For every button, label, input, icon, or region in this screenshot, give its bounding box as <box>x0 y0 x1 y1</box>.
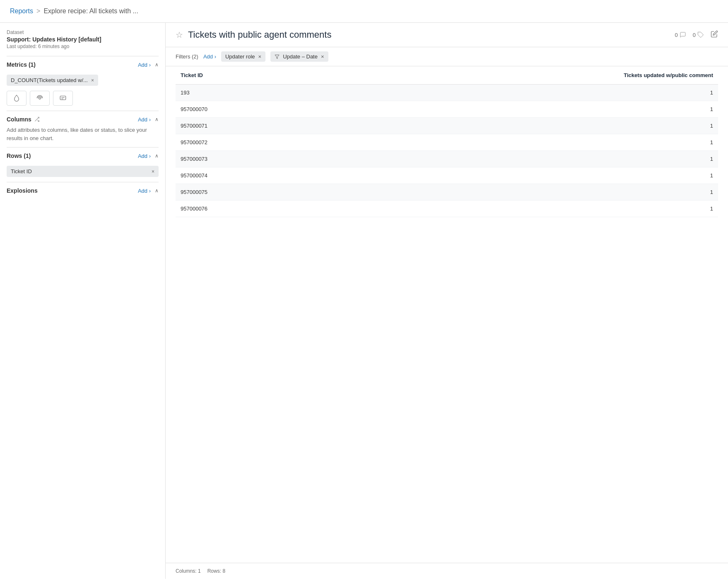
badge-messages: 0 <box>675 31 686 38</box>
rows-collapse-icon[interactable]: ∧ <box>155 153 159 159</box>
explosions-section: Explosions Add ∧ <box>7 182 159 202</box>
col-tickets-updated: Tickets updated w/public comment <box>323 66 718 85</box>
filter-chip-updater-role-label: Updater role <box>225 53 255 60</box>
breadcrumb: Reports > Explore recipe: All tickets wi… <box>0 0 728 23</box>
cell-ticket-id: 957000076 <box>176 201 323 217</box>
breadcrumb-reports-link[interactable]: Reports <box>10 7 33 15</box>
table-row: 957000071 1 <box>176 118 718 134</box>
report-header-actions: 0 0 <box>675 30 718 40</box>
rows-section-header: Rows (1) Add ∧ <box>7 153 159 159</box>
cell-ticket-id: 193 <box>176 85 323 101</box>
breadcrumb-current-page: Explore recipe: All tickets with ... <box>43 7 138 15</box>
dataset-name: Support: Updates History [default] <box>7 36 159 43</box>
cell-count: 1 <box>323 151 718 167</box>
sidebar: Dataset Support: Updates History [defaul… <box>0 23 166 579</box>
cell-count: 1 <box>323 167 718 184</box>
explosions-section-title: Explosions <box>7 187 38 194</box>
metrics-add-link[interactable]: Add <box>138 62 151 68</box>
filters-bar: Filters (2) Add › Updater role × Update … <box>166 47 728 66</box>
columns-empty-text: Add attributes to columns, like dates or… <box>7 126 159 142</box>
report-title: Tickets with public agent comments <box>188 29 331 40</box>
table-header-row: Ticket ID Tickets updated w/public comme… <box>176 66 718 85</box>
row-chip-remove[interactable]: × <box>152 169 154 174</box>
rows-section: Rows (1) Add ∧ Ticket ID × <box>7 147 159 182</box>
cell-ticket-id: 957000070 <box>176 101 323 118</box>
metric-chip: D_COUNT(Tickets updated w/... × <box>7 75 98 86</box>
dataset-updated: Last updated: 6 minutes ago <box>7 44 159 49</box>
messages-icon <box>680 31 686 38</box>
filter-chip-updater-role: Updater role × <box>221 51 265 62</box>
svg-rect-1 <box>60 96 66 100</box>
cell-ticket-id: 957000075 <box>176 184 323 201</box>
explosions-collapse-icon[interactable]: ∧ <box>155 188 159 194</box>
report-title-area: ☆ Tickets with public agent comments <box>176 29 331 40</box>
footer-rows: Rows: 8 <box>207 568 225 574</box>
table-row: 957000075 1 <box>176 184 718 201</box>
cell-count: 1 <box>323 134 718 151</box>
metrics-section-title: Metrics (1) <box>7 61 36 68</box>
cell-ticket-id: 957000071 <box>176 118 323 134</box>
edit-icon[interactable] <box>711 30 718 40</box>
explosions-add-link[interactable]: Add <box>138 188 151 194</box>
filter-chip-update-date-remove[interactable]: × <box>321 53 324 60</box>
columns-add-link[interactable]: Add <box>138 116 151 123</box>
report-header: ☆ Tickets with public agent comments 0 0 <box>166 23 728 47</box>
metrics-collapse-icon[interactable]: ∧ <box>155 62 159 68</box>
table-row: 193 1 <box>176 85 718 101</box>
columns-section-header: Columns Add ∧ <box>7 116 159 123</box>
metric-chip-label: D_COUNT(Tickets updated w/... <box>11 77 88 83</box>
viz-icon-wave[interactable] <box>30 91 50 106</box>
columns-section-title: Columns <box>7 116 40 123</box>
svg-marker-5 <box>275 55 279 58</box>
breadcrumb-separator: > <box>36 7 40 15</box>
cell-ticket-id: 957000074 <box>176 167 323 184</box>
table-container: Ticket ID Tickets updated w/public comme… <box>166 66 728 563</box>
main-layout: Dataset Support: Updates History [defaul… <box>0 23 728 579</box>
rows-add-link[interactable]: Add <box>138 153 151 159</box>
explosions-section-header: Explosions Add ∧ <box>7 187 159 194</box>
filter-chip-update-date-label: Update – Date <box>283 53 318 60</box>
shuffle-icon <box>34 116 40 122</box>
dataset-info: Dataset Support: Updates History [defaul… <box>7 29 159 49</box>
table-row: 957000072 1 <box>176 134 718 151</box>
badge-messages-count: 0 <box>675 32 678 38</box>
cell-count: 1 <box>323 85 718 101</box>
cell-count: 1 <box>323 184 718 201</box>
row-chip: Ticket ID × <box>7 166 159 177</box>
columns-section: Columns Add ∧ Add attributes to columns,… <box>7 111 159 147</box>
filter-chip-update-date: Update – Date × <box>270 51 328 62</box>
metric-chip-remove[interactable]: × <box>91 77 94 83</box>
filter-chip-updater-role-remove[interactable]: × <box>258 53 262 60</box>
dataset-label: Dataset <box>7 29 159 35</box>
table-row: 957000076 1 <box>176 201 718 217</box>
table-row: 957000073 1 <box>176 151 718 167</box>
row-chip-label: Ticket ID <box>11 168 32 174</box>
cell-count: 1 <box>323 201 718 217</box>
filters-label: Filters (2) <box>176 53 198 60</box>
cell-ticket-id: 957000072 <box>176 134 323 151</box>
viz-icon-drop[interactable] <box>7 91 27 106</box>
table-footer: Columns: 1 Rows: 8 <box>166 563 728 579</box>
tags-icon <box>697 31 704 38</box>
rows-section-title: Rows (1) <box>7 153 31 159</box>
cell-count: 1 <box>323 101 718 118</box>
cell-count: 1 <box>323 118 718 134</box>
viz-icons <box>7 91 159 106</box>
filter-icon <box>275 54 280 59</box>
metrics-section: Metrics (1) Add ∧ D_COUNT(Tickets update… <box>7 56 159 111</box>
metrics-section-header: Metrics (1) Add ∧ <box>7 61 159 68</box>
footer-columns: Columns: 1 <box>176 568 201 574</box>
table-row: 957000070 1 <box>176 101 718 118</box>
col-ticket-id: Ticket ID <box>176 66 323 85</box>
star-icon[interactable]: ☆ <box>176 30 183 40</box>
filters-add-link[interactable]: Add › <box>203 53 216 60</box>
columns-collapse-icon[interactable]: ∧ <box>155 116 159 122</box>
badge-tags: 0 <box>693 31 704 38</box>
table-row: 957000074 1 <box>176 167 718 184</box>
results-table: Ticket ID Tickets updated w/public comme… <box>176 66 718 217</box>
viz-icon-comment[interactable] <box>53 91 73 106</box>
badge-tags-count: 0 <box>693 32 696 38</box>
cell-ticket-id: 957000073 <box>176 151 323 167</box>
content-area: ☆ Tickets with public agent comments 0 0 <box>166 23 728 579</box>
svg-point-0 <box>39 97 41 99</box>
